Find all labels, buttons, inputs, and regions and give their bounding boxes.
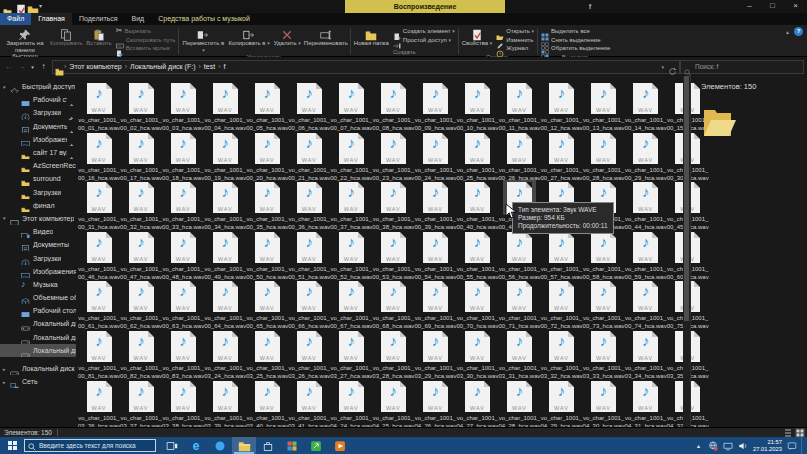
file-item[interactable]: ♪WAVvo_char_1001_03_30_hca.wav (456, 328, 498, 378)
chevron-down-icon[interactable]: ▾ (3, 215, 10, 221)
file-item[interactable]: ♪WAVvo_char_1001_03_37_hca.wav (120, 378, 162, 428)
file-item[interactable]: ♪WAVvo_char_1001_00_67_hca.wav (330, 278, 372, 328)
file-item[interactable]: ♪WAVvo_char_1001_00_56_hca.wav (498, 229, 540, 279)
sidebar-item[interactable]: Локальный диск (C:) (0, 317, 76, 330)
forward-icon[interactable]: → (16, 62, 27, 71)
breadcrumb-segment[interactable]: Этот компьютер (66, 63, 124, 70)
tab-view[interactable]: Вид (125, 13, 152, 25)
thumbnails-view-icon[interactable] (795, 428, 805, 437)
hidden-icons-chevron-icon[interactable]: ▴ (693, 440, 704, 451)
file-item[interactable]: ♪WAVvo_char_1001_00_17_hca.wav (120, 130, 162, 180)
ribbon-button[interactable]: Переместить в ▾ (180, 26, 226, 54)
file-item[interactable]: ♪WAVvo_char_1001_00_33_hca.wav (162, 179, 204, 229)
tab-home[interactable]: Главная (31, 13, 72, 25)
file-item[interactable]: ♪WAVvo_char_1001_00_08_hca.wav (372, 80, 414, 130)
file-item[interactable]: ♪WAVvo_char_1001_00_37_hca.wav (330, 179, 372, 229)
sidebar-item[interactable]: Изображения (0, 265, 76, 278)
file-item[interactable]: ♪WAVvo_char_1001_00_26_hca.wav (498, 130, 540, 180)
vertical-scrollbar[interactable] (683, 76, 690, 427)
action-center-icon[interactable] (786, 440, 797, 451)
maximize-button[interactable]: □ (761, 0, 784, 13)
file-item[interactable]: ♪WAVvo_char_1001_04_31_hca.wav (625, 378, 667, 428)
file-item[interactable]: ♪WAVvo_char_1001_00_28_hca.wav (583, 130, 625, 180)
network-globe-icon[interactable] (708, 440, 719, 451)
ribbon-button[interactable]: Обратить выделение (541, 44, 610, 53)
file-item[interactable]: ♪WAVvo_char_1001_00_69_hca.wav (414, 278, 456, 328)
file-item[interactable]: ♪WAVvo_char_1001_00_29_hca.wav (625, 130, 667, 180)
file-item[interactable]: ♪WAVvo_char_1001_00_38_hca.wav (372, 179, 414, 229)
ribbon-button[interactable]: Новая папка (352, 26, 391, 48)
file-item[interactable]: ♪WAVvo_char_1001_00_52_hca.wav (330, 229, 372, 279)
file-item[interactable]: ♪WAVvo_char_1001_00_25_hca.wav (456, 130, 498, 180)
file-item[interactable]: ♪WAVvo_char_1001_00_49_hca.wav (204, 229, 246, 279)
sidebar-item[interactable]: Локальный диск (D:) (0, 331, 76, 344)
ribbon-button[interactable]: ✂Вырезать (116, 27, 176, 36)
ribbon-button[interactable]: Вставить ярлык (116, 44, 176, 53)
file-item[interactable]: ♪WAVvo_char_1001_00_50_hca.wav (246, 229, 288, 279)
taskbar-app-explorer-icon[interactable] (232, 437, 256, 454)
file-item[interactable]: ♪WAVvo_char_1001_00_81_hca.wav (78, 328, 120, 378)
file-item[interactable]: ♪WAVvo_char_1001_04_24_hca.wav (330, 378, 372, 428)
taskbar-app-app-orange-icon[interactable] (328, 437, 352, 454)
file-item[interactable]: ♪WAVvo_char_1001_00_59_hca.wav (625, 229, 667, 279)
tab-file[interactable]: Файл (0, 13, 31, 25)
file-item[interactable]: ♪WAVvo_char_1001_00_58_hca.wav (583, 229, 625, 279)
ribbon-button[interactable]: Снять выделение (541, 36, 610, 45)
sidebar-item[interactable]: финал (0, 199, 76, 212)
file-item[interactable]: ♪WAVvo_char_1001_00_20_hca.wav (246, 130, 288, 180)
ribbon-button[interactable]: Вставить (84, 26, 113, 48)
file-item[interactable]: ♪WAVvo_char_1001_04_29_hca.wav (541, 378, 583, 428)
file-item[interactable]: ♪WAVvo_char_1001_04_30_hca.wav (583, 378, 625, 428)
taskbar-app-task-view-icon[interactable] (160, 437, 184, 454)
file-item[interactable]: ♪WAVvo_char_1001_00_07_hca.wav (330, 80, 372, 130)
file-item[interactable]: ♪WAVvo_char_1001_03_24_hca.wav (204, 328, 246, 378)
file-item[interactable]: ♪WAVvo_char_1001_00_21_hca.wav (288, 130, 330, 180)
show-desktop-button[interactable] (801, 437, 805, 454)
file-item[interactable]: ♪WAVvo_char_1001_00_72_hca.wav (541, 278, 583, 328)
file-item[interactable]: ♪WAVvo_char_1001_00_65_hca.wav (246, 278, 288, 328)
file-item[interactable]: ♪WAVvo_char_1001_00_32_hca.wav (120, 179, 162, 229)
collapse-ribbon-icon[interactable]: ▴ (786, 28, 789, 35)
file-item[interactable]: ♪WAVvo_char_1001_00_64_hca.wav (204, 278, 246, 328)
file-item[interactable]: ♪WAVvo_char_1001_00_74_hca.wav (625, 278, 667, 328)
file-item[interactable]: ♪WAVvo_char_1001_00_05_hca.wav (246, 80, 288, 130)
sidebar-item[interactable]: Локальный диск (F:) (0, 344, 76, 357)
address-dropdown-icon[interactable]: ▾ (661, 64, 664, 70)
tab-music-tools[interactable]: Средства работы с музыкой (151, 13, 257, 25)
file-item[interactable]: ♪WAVvo_char_1001_04_27_hca.wav (456, 378, 498, 428)
taskbar-app-store-icon[interactable] (256, 437, 280, 454)
ribbon-button[interactable]: Скопировать путь (116, 36, 176, 45)
taskbar-search[interactable]: Введите здесь текст для поиска (24, 439, 156, 452)
sidebar-item[interactable]: ▸Сеть (0, 375, 76, 388)
file-item[interactable]: ♪WAVvo_char_1001_00_62_hca.wav (120, 278, 162, 328)
sidebar-item[interactable]: ▸Локальный диск (F:) (0, 362, 76, 375)
file-item[interactable]: ♪WAVvo_char_1001_00_48_hca.wav (162, 229, 204, 279)
file-item[interactable]: ♪WAVvo_char_1001_00_61_hca.wav (78, 278, 120, 328)
file-item[interactable]: ♪WAVvo_char_1001_00_71_hca.wav (498, 278, 540, 328)
file-item[interactable]: ♪WAVvo_char_1001_00_27_hca.wav (541, 130, 583, 180)
sidebar-item[interactable]: surround (0, 172, 76, 185)
breadcrumb-segment[interactable]: test (201, 63, 218, 70)
file-item[interactable]: ♪WAVvo_char_1001_00_24_hca.wav (414, 130, 456, 180)
taskbar-app-edge-icon[interactable]: e (184, 437, 208, 454)
file-item[interactable]: ♪WAVvo_char_1001_00_70_hca.wav (456, 278, 498, 328)
recent-locations-icon[interactable]: ▾ (29, 64, 36, 70)
scrollbar-thumb[interactable] (684, 76, 689, 321)
file-item[interactable]: ♪WAVvo_char_1001_03_34_hca.wav (625, 328, 667, 378)
file-item[interactable]: ♪WAVvo_char_1001_03_38_hca.wav (162, 378, 204, 428)
file-item[interactable]: ♪WAVvo_char_1001_00_36_hca.wav (288, 179, 330, 229)
taskbar-app-app-green-icon[interactable] (304, 437, 328, 454)
file-item[interactable]: ♪WAVvo_char_1001_00_47_hca.wav (120, 229, 162, 279)
file-item[interactable]: ♪WAVvo_char_1001_03_39_hca.wav (204, 378, 246, 428)
file-item[interactable]: ♪WAVvo_char_1001_00_73_hca.wav (583, 278, 625, 328)
ribbon-button[interactable]: Создать элемент ▾ (393, 27, 455, 36)
tab-share[interactable]: Поделиться (72, 13, 125, 25)
close-button[interactable]: × (784, 0, 807, 13)
file-item[interactable]: ♪WAVvo_char_1001_00_13_hca.wav (583, 80, 625, 130)
search-box[interactable]: Поиск: f (680, 60, 804, 74)
file-item[interactable]: ♪WAVvo_char_1001_00_68_hca.wav (372, 278, 414, 328)
file-item[interactable]: ♪WAVvo_char_1001_00_04_hca.wav (204, 80, 246, 130)
file-item[interactable]: ♪WAVvo_char_1001_03_33_hca.wav (583, 328, 625, 378)
contextual-tab-badge[interactable]: Воспроизведение (345, 0, 505, 13)
file-item[interactable]: ♪WAVvo_char_1001_00_83_hca.wav (162, 328, 204, 378)
